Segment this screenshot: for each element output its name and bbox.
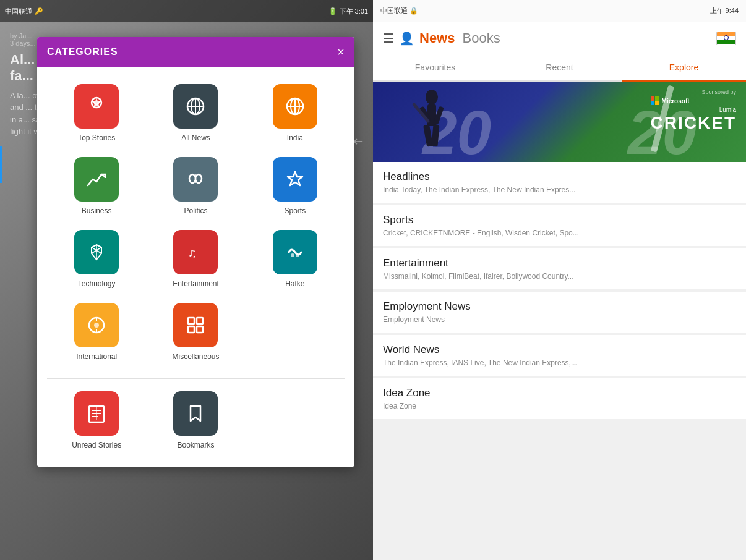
status-bar-right: 中国联通 🔒 上午 9:44: [373, 0, 746, 22]
ms-square-2: [655, 96, 659, 101]
miscellaneous-icon: [173, 303, 218, 347]
politics-icon: [173, 157, 218, 202]
cricket-player-silhouette: [410, 88, 453, 162]
cricket-banner: 20 20 Sponsored by: [373, 82, 746, 162]
category-top-stories[interactable]: Top Stories: [47, 77, 146, 150]
microsoft-squares: [651, 96, 659, 105]
svg-rect-20: [188, 318, 194, 324]
svg-rect-22: [188, 326, 194, 333]
ms-label: Microsoft: [662, 98, 690, 104]
menu-icon[interactable]: ☰: [383, 31, 394, 46]
user-icon[interactable]: 👤: [399, 31, 414, 46]
international-icon: [74, 303, 119, 347]
unread-stories-icon: [74, 391, 119, 436]
left-panel: 中国联通 🔑 🔋 下午 3:01 by Ja...3 days... Al...…: [0, 0, 373, 560]
tab-recent[interactable]: Recent: [497, 54, 622, 80]
news-item-headlines[interactable]: Headlines India Today, The Indian Expres…: [373, 162, 746, 203]
svg-point-17: [94, 323, 99, 328]
news-item-subtitle-sports: Cricket, CRICKETNMORE - English, Wisden …: [383, 229, 736, 237]
category-business[interactable]: Business: [47, 150, 146, 223]
politics-label: Politics: [184, 206, 207, 215]
news-item-world[interactable]: World News The Indian Express, IANS Live…: [373, 335, 746, 376]
business-icon: [74, 157, 119, 202]
category-miscellaneous[interactable]: Miscellaneous: [146, 295, 245, 368]
top-nav: ☰ 👤 News Books: [373, 22, 746, 54]
tabs-bar: Favourites Recent Explore: [373, 54, 746, 82]
news-item-title-idea: Idea Zone: [383, 387, 736, 399]
entertainment-label: Entertainment: [173, 279, 219, 288]
svg-point-14: [296, 253, 299, 257]
tab-explore[interactable]: Explore: [622, 54, 746, 80]
svg-point-11: [195, 174, 202, 183]
cricket-label: CRICKET: [651, 113, 736, 133]
flag-white-stripe: [717, 36, 735, 40]
signal-icon-left: 🔋: [328, 7, 337, 15]
news-item-subtitle-employment: Employment News: [383, 315, 736, 324]
unread-stories-label: Unread Stories: [72, 441, 121, 449]
sponsored-label: Sponsored by: [651, 89, 736, 95]
ms-square-3: [651, 101, 655, 106]
international-label: International: [76, 352, 117, 361]
nav-news-title[interactable]: News: [419, 30, 455, 46]
category-all-news[interactable]: All News: [146, 77, 245, 150]
flag-green-stripe: [717, 40, 735, 45]
category-politics[interactable]: Politics: [146, 150, 245, 223]
news-item-subtitle-idea: Idea Zone: [383, 402, 736, 410]
all-news-label: All News: [181, 134, 210, 142]
hatke-label: Hatke: [285, 279, 304, 288]
lock-icon: 🔑: [35, 7, 43, 15]
news-item-subtitle-headlines: India Today, The Indian Express, The New…: [383, 185, 736, 194]
news-item-title-employment: Employment News: [383, 300, 736, 313]
news-item-entertainment[interactable]: Entertainment Missmalini, Koimoi, FilmiB…: [373, 248, 746, 289]
status-right-left: 🔋 下午 3:01: [328, 7, 368, 16]
category-unread-stories[interactable]: Unread Stories: [47, 384, 146, 457]
special-items: Unread Stories Bookmarks: [37, 379, 354, 467]
news-item-title-headlines: Headlines: [383, 171, 736, 183]
svg-rect-23: [197, 326, 203, 333]
categories-modal: CATEGORIES × Top Stories All News: [37, 37, 354, 467]
technology-icon: [74, 230, 119, 274]
miscellaneous-label: Miscellaneous: [172, 352, 219, 361]
news-item-title-sports: Sports: [383, 214, 736, 226]
bookmarks-label: Bookmarks: [177, 441, 214, 449]
news-item-employment[interactable]: Employment News Employment News: [373, 292, 746, 333]
microsoft-brand: Microsoft: [651, 96, 736, 105]
news-item-title-world: World News: [383, 344, 736, 356]
news-item-idea[interactable]: Idea Zone Idea Zone: [373, 378, 746, 419]
category-international[interactable]: International: [47, 295, 146, 368]
hatke-icon: [273, 230, 317, 274]
tab-favourites[interactable]: Favourites: [373, 54, 497, 80]
news-list: Headlines India Today, The Indian Expres…: [373, 162, 746, 560]
categories-grid: Top Stories All News India: [37, 67, 354, 378]
category-entertainment[interactable]: ♫ Entertainment: [146, 223, 245, 295]
left-accent-bar: [0, 146, 2, 183]
nav-books-title[interactable]: Books: [462, 30, 500, 46]
svg-point-28: [426, 90, 438, 104]
category-sports[interactable]: Sports: [246, 150, 345, 223]
news-item-sports[interactable]: Sports Cricket, CRICKETNMORE - English, …: [373, 205, 746, 246]
bookmarks-icon: [173, 391, 218, 436]
sports-label: Sports: [284, 206, 306, 215]
svg-point-10: [189, 174, 195, 183]
modal-header: CATEGORIES ×: [37, 37, 354, 67]
india-label: India: [287, 134, 303, 142]
modal-title: CATEGORIES: [47, 46, 118, 57]
news-item-title-entertainment: Entertainment: [383, 257, 736, 269]
category-hatke[interactable]: Hatke: [246, 223, 345, 295]
category-technology[interactable]: Technology: [47, 223, 146, 295]
ms-square-4: [655, 101, 659, 106]
time-left: 下午 3:01: [340, 7, 368, 16]
india-flag[interactable]: [716, 32, 736, 45]
carrier-text-left: 中国联通: [5, 7, 32, 16]
category-bookmarks[interactable]: Bookmarks: [146, 384, 245, 457]
svg-rect-32: [423, 124, 433, 146]
news-item-subtitle-entertainment: Missmalini, Koimoi, FilmiBeat, Ifairer, …: [383, 272, 736, 281]
all-news-icon: [173, 84, 218, 129]
carrier-left: 中国联通 🔑: [5, 7, 43, 16]
technology-label: Technology: [78, 279, 116, 288]
top-stories-label: Top Stories: [78, 134, 115, 142]
banner-branding: Sponsored by Microsoft Lumia CRICKET: [651, 89, 736, 133]
close-button[interactable]: ×: [337, 46, 345, 58]
category-india[interactable]: India: [246, 77, 345, 150]
news-item-subtitle-world: The Indian Express, IANS Live, The New I…: [383, 358, 736, 367]
